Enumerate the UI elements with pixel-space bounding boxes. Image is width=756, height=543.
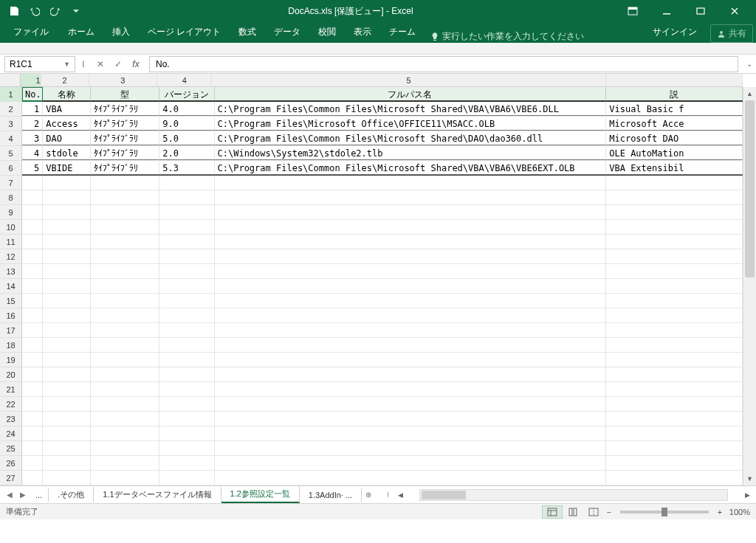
tell-me[interactable]: 実行したい作業を入力してください: [425, 30, 590, 43]
undo-icon[interactable]: [25, 3, 44, 19]
zoom-thumb[interactable]: [662, 508, 667, 516]
row-header[interactable]: 22: [0, 397, 21, 412]
cell[interactable]: [22, 471, 43, 485]
signin-button[interactable]: サインイン: [644, 21, 706, 43]
cancel-icon[interactable]: ✕: [92, 56, 109, 72]
cell[interactable]: [22, 220, 43, 234]
row-header[interactable]: 5: [0, 146, 21, 161]
cell[interactable]: 2: [22, 117, 43, 131]
cell[interactable]: [43, 176, 91, 190]
cell[interactable]: [606, 353, 743, 367]
cell[interactable]: [91, 220, 159, 234]
cell[interactable]: VBA Extensibil: [606, 161, 743, 175]
cell[interactable]: [43, 308, 91, 322]
cell[interactable]: [91, 441, 159, 455]
cell[interactable]: [159, 205, 214, 219]
qat-customize-icon[interactable]: [66, 3, 86, 19]
cell[interactable]: [43, 471, 91, 485]
cell[interactable]: [159, 397, 214, 411]
col-header-5[interactable]: 5: [212, 74, 605, 86]
cell[interactable]: [606, 279, 743, 293]
cell[interactable]: C:\Program Files\Common Files\Microsoft …: [215, 102, 607, 116]
cell[interactable]: 9.0: [159, 117, 214, 131]
zoom-in-icon[interactable]: +: [715, 508, 725, 516]
cell[interactable]: stdole: [43, 146, 91, 160]
cell[interactable]: [159, 176, 214, 190]
row-header[interactable]: 6: [0, 161, 21, 176]
row-header[interactable]: 3: [0, 117, 21, 131]
cell[interactable]: [91, 294, 159, 308]
scroll-up-icon[interactable]: ▲: [743, 87, 756, 100]
cell[interactable]: [606, 382, 743, 396]
cell[interactable]: [215, 471, 607, 485]
cell[interactable]: [606, 412, 743, 426]
cell[interactable]: [91, 205, 159, 219]
cell[interactable]: [159, 190, 214, 204]
tab-scroll-left-icon[interactable]: ◀: [3, 488, 16, 502]
row-header[interactable]: 16: [0, 308, 21, 323]
tab-home[interactable]: ホーム: [59, 21, 103, 43]
cell[interactable]: [606, 205, 743, 219]
col-header-3[interactable]: 3: [89, 74, 158, 86]
row-header[interactable]: 27: [0, 471, 21, 485]
tab-file[interactable]: ファイル: [3, 21, 59, 43]
row-header[interactable]: 9: [0, 205, 21, 220]
cell[interactable]: [91, 338, 159, 352]
tab-formulas[interactable]: 数式: [230, 21, 265, 43]
cell-header-path[interactable]: フルパス名: [215, 87, 607, 101]
cell[interactable]: [215, 323, 607, 337]
formula-input[interactable]: No.: [149, 56, 738, 72]
cell[interactable]: [43, 367, 91, 381]
cell[interactable]: 5.3: [159, 161, 214, 175]
cell[interactable]: Access: [43, 117, 91, 131]
cell[interactable]: [215, 235, 607, 249]
cell[interactable]: [606, 220, 743, 234]
cell[interactable]: [91, 308, 159, 322]
cell[interactable]: [159, 279, 214, 293]
cell-header-ver[interactable]: バージョン: [159, 87, 214, 101]
cell[interactable]: Microsoft DAO: [606, 131, 743, 145]
cell[interactable]: [215, 382, 607, 396]
cell[interactable]: [215, 456, 607, 470]
cell[interactable]: [215, 190, 607, 204]
cell[interactable]: [43, 397, 91, 411]
row-header[interactable]: 19: [0, 353, 21, 367]
cell[interactable]: [606, 441, 743, 455]
cell[interactable]: [22, 441, 43, 455]
cell[interactable]: [606, 397, 743, 411]
cell[interactable]: [22, 205, 43, 219]
row-header[interactable]: 15: [0, 294, 21, 308]
cell[interactable]: 1: [22, 102, 43, 116]
cell[interactable]: [22, 279, 43, 293]
cell-header-no[interactable]: No.: [22, 87, 43, 101]
cell[interactable]: [606, 323, 743, 337]
tab-split-handle[interactable]: ⁞: [381, 488, 394, 502]
cell[interactable]: Microsoft Acce: [606, 117, 743, 131]
cells[interactable]: No. 名称 型 バージョン フルパス名 説 1VBAﾀｲﾌﾟﾗｲﾌﾞﾗﾘ4.0…: [22, 87, 743, 485]
name-box[interactable]: R1C1 ▼: [4, 56, 75, 72]
cell[interactable]: [215, 249, 607, 263]
cell[interactable]: [22, 235, 43, 249]
tab-scroll-right-icon[interactable]: ▶: [16, 488, 30, 502]
cell[interactable]: [159, 456, 214, 470]
cell[interactable]: [91, 367, 159, 381]
tab-view[interactable]: 表示: [345, 21, 380, 43]
ribbon-options-icon[interactable]: [616, 1, 650, 21]
cell[interactable]: [159, 323, 214, 337]
cell[interactable]: [215, 426, 607, 440]
view-normal-icon[interactable]: [542, 505, 563, 519]
cell[interactable]: ﾀｲﾌﾟﾗｲﾌﾞﾗﾘ: [91, 161, 159, 175]
cell[interactable]: VBIDE: [43, 161, 91, 175]
cell[interactable]: [606, 456, 743, 470]
sheet-tab-references[interactable]: 1.2参照設定一覧: [221, 486, 300, 503]
minimize-icon[interactable]: [650, 1, 684, 21]
new-sheet-icon[interactable]: ⊕: [362, 488, 375, 502]
cell[interactable]: [606, 264, 743, 278]
cell[interactable]: [43, 220, 91, 234]
cell[interactable]: [91, 190, 159, 204]
cell[interactable]: [22, 308, 43, 322]
cell[interactable]: [43, 279, 91, 293]
hscroll-thumb[interactable]: [422, 491, 466, 499]
cell[interactable]: 4.0: [159, 102, 214, 116]
cell[interactable]: Visual Basic f: [606, 102, 743, 116]
